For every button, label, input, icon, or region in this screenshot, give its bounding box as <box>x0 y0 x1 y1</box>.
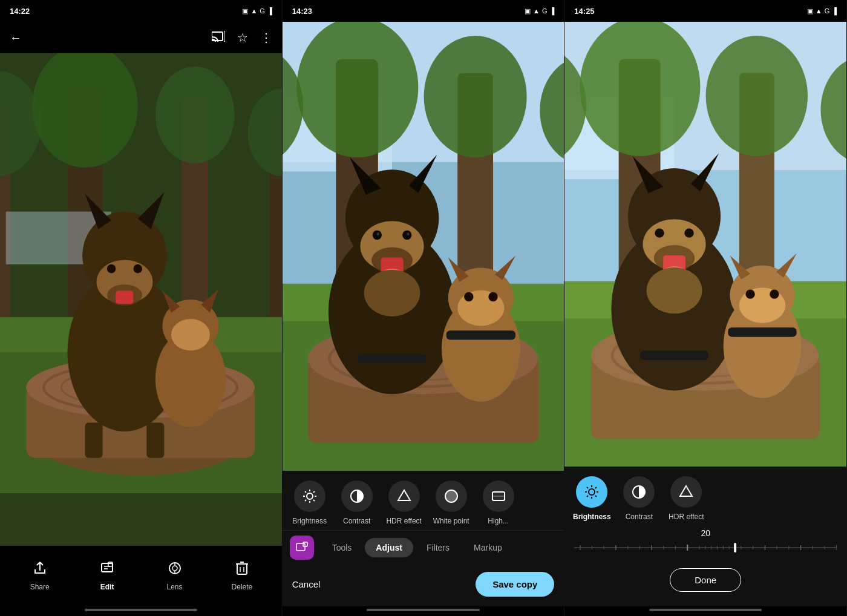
svg-point-58 <box>424 36 526 157</box>
svg-point-31 <box>171 319 210 350</box>
svg-rect-24 <box>116 290 133 304</box>
slider-svg[interactable]: /* Ticks drawn inline */ <box>574 540 837 555</box>
svg-point-139 <box>770 290 779 299</box>
svg-rect-32 <box>85 423 103 458</box>
hdr-icon <box>388 480 420 512</box>
svg-point-78 <box>364 270 420 316</box>
battery-icon-2: ▐ <box>550 7 555 15</box>
delete-label: Delete <box>232 583 253 591</box>
data-icon-1: G <box>260 7 265 15</box>
lens-icon <box>168 561 182 579</box>
swipe-indicator-1 <box>85 609 197 611</box>
action-row: Cancel Save copy <box>283 565 564 606</box>
photo-2 <box>283 22 564 471</box>
brightness-tool-3[interactable]: Brightness <box>571 476 613 521</box>
svg-rect-170 <box>734 543 736 552</box>
svg-rect-102 <box>296 543 305 551</box>
hdr-tool[interactable]: HDR effect <box>383 480 425 525</box>
contrast-icon-3 <box>623 476 655 508</box>
svg-point-57 <box>296 22 418 157</box>
status-time-2: 14:23 <box>292 7 312 16</box>
svg-point-88 <box>307 493 313 499</box>
wifi-icon-2: ▲ <box>533 7 540 15</box>
done-button[interactable]: Done <box>670 568 741 592</box>
tab-tools[interactable]: Tools <box>321 538 363 557</box>
svg-rect-87 <box>358 354 427 363</box>
brightness-icon <box>294 480 325 512</box>
brightness-tool-label-3: Brightness <box>573 513 611 521</box>
edit-icon <box>100 561 114 579</box>
svg-line-147 <box>587 487 588 488</box>
svg-line-96 <box>305 500 306 501</box>
more-options-icon[interactable]: ⋮ <box>260 30 272 45</box>
data-icon-3: G <box>825 7 830 15</box>
svg-marker-98 <box>398 490 410 500</box>
high-tool[interactable]: High... <box>477 480 520 525</box>
wifi-icon-1: ▲ <box>250 7 257 15</box>
status-bar-1: 14:22 ▣ ▲ G ▐ <box>0 0 282 22</box>
brightness-tool[interactable]: Brightness <box>289 480 331 525</box>
hdr-icon-3 <box>670 476 702 508</box>
edit-button[interactable]: Edit <box>89 561 125 591</box>
svg-point-113 <box>580 22 701 156</box>
cancel-button[interactable]: Cancel <box>292 579 321 589</box>
svg-point-85 <box>488 292 497 301</box>
tab-filters[interactable]: Filters <box>416 538 460 557</box>
slider-row[interactable]: .slider-ticks-inner { width: 100%; heigh… <box>564 539 846 561</box>
slider-ticks[interactable]: .slider-ticks-inner { width: 100%; heigh… <box>574 542 837 554</box>
hdr-tool-3[interactable]: HDR effect <box>665 476 707 521</box>
svg-rect-33 <box>146 423 164 458</box>
svg-rect-140 <box>728 327 797 336</box>
svg-rect-34 <box>102 563 113 572</box>
share-button[interactable]: Share <box>22 561 58 591</box>
save-copy-button[interactable]: Save copy <box>476 572 554 597</box>
svg-point-26 <box>133 264 142 274</box>
contrast-tool-3[interactable]: Contrast <box>618 476 660 521</box>
signal-icon-3: ▣ <box>807 7 813 15</box>
svg-point-40 <box>172 566 177 571</box>
svg-line-150 <box>587 496 588 497</box>
back-button[interactable]: ← <box>10 31 22 45</box>
signal-icon-2: ▣ <box>525 7 531 15</box>
hdr-tool-label-3: HDR effect <box>669 513 704 521</box>
photo-area-3 <box>564 22 846 467</box>
svg-rect-141 <box>640 351 708 360</box>
share-label: Share <box>30 583 50 591</box>
svg-rect-43 <box>237 564 247 574</box>
svg-line-94 <box>313 500 315 501</box>
svg-point-114 <box>706 36 808 156</box>
brightness-value: 20 <box>564 526 846 539</box>
bottom-panel-2: Brightness Contrast HDR effect <box>283 471 564 606</box>
svg-marker-152 <box>680 486 692 496</box>
status-time-3: 14:25 <box>574 7 594 16</box>
signal-icon-1: ▣ <box>242 7 248 15</box>
lens-button[interactable]: Lens <box>157 561 193 591</box>
svg-point-84 <box>464 292 473 301</box>
top-toolbar-1: ← ☆ ⋮ <box>0 22 282 53</box>
bottom-toolbar-1: Share Edit <box>0 546 282 606</box>
tab-markup[interactable]: Markup <box>463 538 513 557</box>
delete-icon <box>235 561 249 579</box>
svg-point-77 <box>407 233 410 236</box>
phone-panel-3: 14:25 ▣ ▲ G ▐ <box>564 0 847 616</box>
svg-point-25 <box>107 264 116 274</box>
contrast-tool[interactable]: Contrast <box>336 480 378 525</box>
whitepoint-tool[interactable]: White point <box>430 480 473 525</box>
swipe-indicator-2 <box>367 609 479 611</box>
svg-point-132 <box>647 267 702 314</box>
swipe-indicator-3 <box>649 609 762 611</box>
tab-adjust[interactable]: Adjust <box>365 538 413 557</box>
bottom-panel-3: Brightness Contrast HDR effect <box>564 467 846 606</box>
high-tool-label: High... <box>488 517 509 525</box>
hdr-tool-label: HDR effect <box>386 517 421 525</box>
status-bar-3: 14:25 ▣ ▲ G ▐ <box>564 0 846 22</box>
delete-button[interactable]: Delete <box>224 561 260 591</box>
star-icon[interactable]: ☆ <box>237 30 248 45</box>
adjust-tools-row-3: Brightness Contrast HDR effect <box>564 467 846 526</box>
photo-area-1 <box>0 53 282 546</box>
cast-icon[interactable] <box>212 31 225 45</box>
edit-icon-button[interactable] <box>290 536 314 560</box>
data-icon-2: G <box>542 7 548 15</box>
photo-3 <box>564 22 846 467</box>
svg-line-149 <box>595 487 597 488</box>
